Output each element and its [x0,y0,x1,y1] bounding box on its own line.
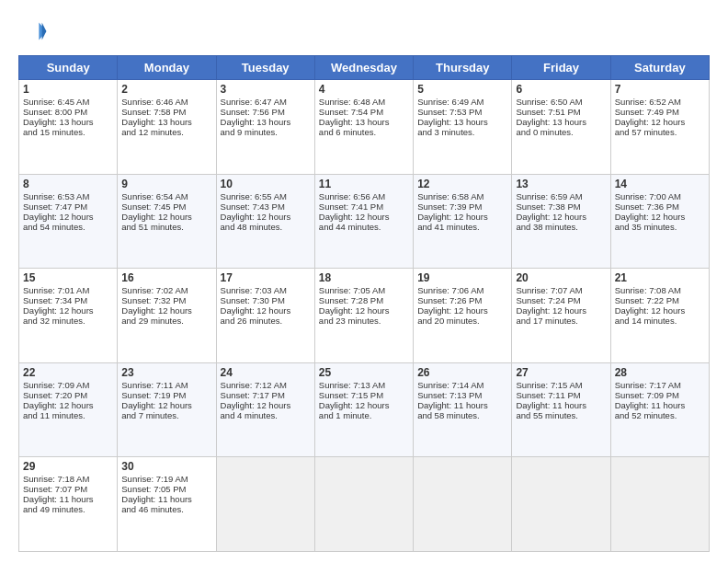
calendar-cell [610,457,709,552]
day-info-line: and 44 minutes. [319,222,409,232]
day-info-line: Sunset: 7:11 PM [516,390,606,400]
day-number: 1 [23,83,113,96]
calendar-header: SundayMondayTuesdayWednesdayThursdayFrid… [19,56,710,80]
day-number: 14 [615,178,705,190]
day-number: 6 [516,83,606,96]
day-info-line: Sunset: 7:20 PM [23,390,113,400]
day-info-line: Sunset: 7:41 PM [319,201,409,212]
day-number: 13 [516,178,606,190]
day-info-line: Sunrise: 7:12 AM [221,380,311,390]
day-info-line: Sunset: 7:38 PM [516,201,606,212]
day-number: 24 [221,366,311,379]
day-info-line: and 32 minutes. [23,316,113,326]
day-info-line: Sunrise: 7:08 AM [615,285,705,295]
day-info-line: and 17 minutes. [516,316,606,326]
day-info-line: and 11 minutes. [23,410,113,420]
calendar-cell: 5Sunrise: 6:49 AMSunset: 7:53 PMDaylight… [414,80,512,175]
day-info-line: and 52 minutes. [615,410,705,420]
day-info-line: and 41 minutes. [417,222,507,232]
day-number: 18 [319,271,409,284]
day-number: 9 [121,178,211,190]
calendar-cell: 2Sunrise: 6:46 AMSunset: 7:58 PMDaylight… [118,80,216,175]
day-info-line: Daylight: 12 hours [319,400,409,410]
day-info-line: Sunset: 7:54 PM [319,107,409,117]
day-info-line: Sunset: 7:47 PM [23,201,113,212]
calendar-cell: 4Sunrise: 6:48 AMSunset: 7:54 PMDaylight… [314,80,413,175]
day-number: 21 [615,271,705,284]
calendar-cell: 18Sunrise: 7:05 AMSunset: 7:28 PMDayligh… [314,269,413,363]
calendar-cell: 15Sunrise: 7:01 AMSunset: 7:34 PMDayligh… [19,269,118,363]
day-info-line: and 29 minutes. [121,316,211,326]
day-info-line: Sunset: 7:36 PM [615,201,705,212]
day-info-line: Sunset: 8:00 PM [23,107,113,117]
day-info-line: Sunset: 7:13 PM [417,390,507,400]
day-info-line: Sunset: 7:49 PM [615,107,705,117]
calendar-cell: 10Sunrise: 6:55 AMSunset: 7:43 PMDayligh… [216,174,314,269]
day-info-line: Daylight: 12 hours [23,305,113,316]
day-info-line: Daylight: 12 hours [615,117,705,127]
calendar-cell: 13Sunrise: 6:59 AMSunset: 7:38 PMDayligh… [512,174,610,269]
weekday-sunday: Sunday [19,56,118,80]
day-info-line: Daylight: 13 hours [23,117,113,127]
calendar-cell [414,457,512,552]
calendar-cell: 21Sunrise: 7:08 AMSunset: 7:22 PMDayligh… [610,269,709,363]
day-info-line: Daylight: 11 hours [615,400,705,410]
day-info-line: Daylight: 12 hours [319,305,409,316]
day-info-line: and 0 minutes. [516,127,606,137]
day-number: 27 [516,366,606,379]
day-info-line: Sunrise: 7:07 AM [516,285,606,295]
day-info-line: Sunrise: 7:05 AM [319,285,409,295]
day-info-line: and 35 minutes. [615,222,705,232]
day-info-line: Sunset: 7:32 PM [121,295,211,305]
calendar-cell: 24Sunrise: 7:12 AMSunset: 7:17 PMDayligh… [216,362,314,457]
day-info-line: Sunset: 7:07 PM [23,484,113,494]
day-info-line: Sunrise: 7:17 AM [615,380,705,390]
day-info-line: and 3 minutes. [417,127,507,137]
day-info-line: Sunset: 7:24 PM [516,295,606,305]
day-info-line: Sunset: 7:45 PM [121,201,211,212]
day-number: 20 [516,271,606,284]
day-info-line: Sunset: 7:51 PM [516,107,606,117]
calendar-cell: 23Sunrise: 7:11 AMSunset: 7:19 PMDayligh… [118,362,216,457]
calendar-week-4: 22Sunrise: 7:09 AMSunset: 7:20 PMDayligh… [19,362,710,457]
day-info-line: Sunrise: 7:18 AM [23,474,113,484]
day-info-line: Sunrise: 6:50 AM [516,97,606,107]
logo-icon [18,17,48,46]
day-info-line: Sunset: 7:43 PM [221,201,311,212]
day-info-line: and 15 minutes. [23,127,113,137]
day-info-line: Daylight: 13 hours [516,117,606,127]
day-info-line: Daylight: 12 hours [417,212,507,222]
calendar-cell: 30Sunrise: 7:19 AMSunset: 7:05 PMDayligh… [118,457,216,552]
day-number: 29 [23,460,113,473]
day-info-line: and 46 minutes. [121,504,211,514]
day-info-line: Sunrise: 7:01 AM [23,285,113,295]
day-info-line: and 14 minutes. [615,316,705,326]
calendar-cell: 8Sunrise: 6:53 AMSunset: 7:47 PMDaylight… [19,174,118,269]
day-info-line: Sunrise: 6:55 AM [221,191,311,201]
day-info-line: Sunrise: 7:09 AM [23,380,113,390]
day-info-line: Sunset: 7:17 PM [221,390,311,400]
calendar-body: 1Sunrise: 6:45 AMSunset: 8:00 PMDaylight… [19,80,710,552]
day-info-line: Daylight: 11 hours [23,494,113,504]
day-info-line: and 48 minutes. [221,222,311,232]
weekday-wednesday: Wednesday [314,56,413,80]
day-info-line: and 51 minutes. [121,222,211,232]
day-info-line: and 1 minute. [319,410,409,420]
day-number: 7 [615,83,705,96]
day-info-line: Sunset: 7:22 PM [615,295,705,305]
day-number: 16 [121,271,211,284]
weekday-thursday: Thursday [414,56,512,80]
day-info-line: Sunset: 7:19 PM [121,390,211,400]
calendar-cell: 20Sunrise: 7:07 AMSunset: 7:24 PMDayligh… [512,269,610,363]
day-info-line: Daylight: 13 hours [121,117,211,127]
day-info-line: Sunset: 7:53 PM [417,107,507,117]
day-info-line: Daylight: 12 hours [615,305,705,316]
day-info-line: Sunrise: 6:46 AM [121,97,211,107]
day-number: 22 [23,366,113,379]
calendar-cell: 16Sunrise: 7:02 AMSunset: 7:32 PMDayligh… [118,269,216,363]
calendar-cell [314,457,413,552]
svg-marker-1 [42,22,47,40]
day-info-line: Sunrise: 6:48 AM [319,97,409,107]
day-number: 30 [121,460,211,473]
calendar-cell: 14Sunrise: 7:00 AMSunset: 7:36 PMDayligh… [610,174,709,269]
